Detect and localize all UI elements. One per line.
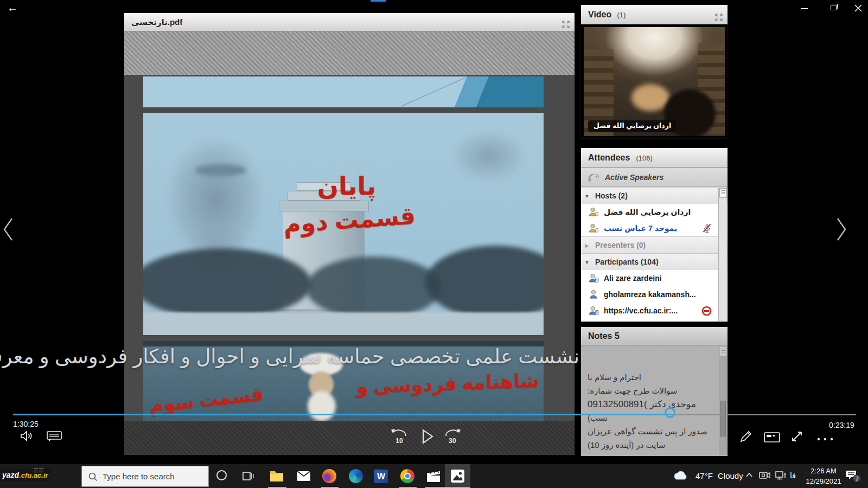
share-pod-titlebar: ىسخنران.pdf [124, 13, 575, 31]
attendees-title: Attendees [588, 153, 630, 162]
top-tab-accent [371, 0, 386, 2]
watermark-domain-yellow: .cfu.ac.ir [19, 471, 48, 479]
play-icon [420, 428, 435, 445]
speaker-icon [20, 429, 34, 442]
weather-cloud-icon[interactable] [673, 470, 688, 480]
notes-scrollbar[interactable]: ☰ [718, 346, 727, 455]
word-icon[interactable]: W [374, 470, 388, 483]
action-center-button[interactable]: 7 [845, 470, 861, 484]
annotate-button[interactable] [739, 429, 753, 446]
webcam-hand [631, 84, 669, 111]
skip-back-button[interactable]: 10 [390, 427, 409, 445]
ticker-overlay: نشست علمی تخصصی حماسه سرایی و احوال و اف… [0, 345, 579, 368]
attendee-row-participant2[interactable]: gholamreza kakamansh... [581, 286, 727, 303]
attendee-row-participant3[interactable]: https://vc.cfu.ac.ir:... [581, 303, 727, 318]
participants-section-header[interactable]: ▼ Participants (104) [581, 253, 727, 271]
meet-now-icon[interactable] [758, 471, 770, 480]
close-button[interactable] [854, 4, 863, 12]
file-explorer-icon[interactable] [270, 470, 284, 482]
weather-condition[interactable]: Cloudy [718, 471, 743, 480]
video-pod-count: (1) [617, 11, 626, 19]
active-speakers-row[interactable]: Active Speakers [581, 168, 727, 187]
keyboard-button[interactable] [764, 432, 780, 445]
next-slide-button[interactable] [835, 217, 847, 244]
cortana-button[interactable] [216, 470, 227, 480]
chevron-right-icon [835, 217, 847, 242]
notes-pod-titlebar: Notes 5 [581, 327, 727, 345]
movies-tv-icon[interactable] [426, 470, 441, 483]
task-view-icon[interactable] [242, 470, 254, 482]
minimize-button[interactable] [801, 8, 808, 9]
active-speakers-label: Active Speakers [605, 168, 663, 187]
firefox-icon[interactable] [322, 469, 336, 483]
tray-chevron-up-icon[interactable] [745, 472, 753, 478]
note-line: موحدی دکتر )09132500891 [588, 397, 718, 411]
phone-icon [588, 172, 599, 182]
figure-beard [308, 391, 336, 421]
weather-temp[interactable]: 47°F [695, 471, 713, 480]
do-not-disturb-icon [701, 306, 712, 316]
language-indicator[interactable]: فا [790, 471, 796, 480]
search-placeholder-text: Type here to search [103, 466, 175, 487]
video-pod: Video (1) اردان يرضايي الله فضل [580, 4, 728, 139]
webcam-speaker-name: اردان يرضايي الله فضل [593, 122, 671, 130]
video-pod-fullscreen-button[interactable] [714, 10, 724, 20]
attendee-name: اردان يرضايي الله فضل [604, 204, 691, 220]
note-line: سایت در (آینده روز 10) [588, 438, 718, 452]
video-pod-title: Video [588, 10, 611, 19]
slide-current: پایان قسمت دوم [143, 113, 544, 335]
attendees-pod-titlebar: Attendees (106) [581, 148, 727, 168]
progress-handle[interactable] [665, 407, 675, 418]
skip-back-label: 10 [390, 437, 409, 445]
webcam-video: اردان يرضايي الله فضل [584, 27, 725, 136]
elapsed-time: 1:30:25 [13, 420, 39, 428]
captions-button[interactable] [47, 431, 62, 445]
expand-diagonal-icon [790, 429, 804, 444]
horse-art [439, 121, 539, 191]
fullscreen-player-button[interactable] [790, 429, 804, 446]
edge-icon[interactable] [349, 469, 363, 483]
restore-button[interactable] [831, 5, 837, 10]
keyboard-icon [764, 432, 780, 442]
attendees-count: (106) [636, 154, 653, 162]
back-arrow-icon[interactable]: ← [7, 2, 18, 14]
presenters-header-label: Presenters (0) [595, 241, 646, 249]
hosts-section-header[interactable]: ▼ Hosts (2) [581, 187, 727, 204]
microphone-muted-icon [701, 223, 712, 234]
chrome-icon[interactable] [400, 469, 414, 483]
network-icon[interactable] [775, 471, 787, 480]
slide-partial-top [143, 76, 544, 107]
notes-scrollbar-thumb[interactable] [720, 401, 726, 436]
skip-forward-button[interactable]: 30 [443, 427, 462, 445]
play-button[interactable] [420, 428, 435, 447]
presenters-section-header[interactable]: ▶ Presenters (0) [581, 236, 727, 254]
previous-slide-button[interactable] [3, 217, 15, 244]
attendee-row-host1[interactable]: اردان يرضايي الله فضل [581, 204, 727, 221]
share-pod-fullscreen-button[interactable] [561, 17, 571, 27]
mail-icon[interactable] [297, 471, 311, 481]
watermark: yazd.cfu.ac.ir [0, 469, 50, 481]
more-options-button[interactable] [816, 434, 835, 444]
note-line: احترام و سلام با [588, 370, 718, 384]
taskbar-search[interactable]: Type here to search [81, 466, 209, 487]
progress-bar-played[interactable] [13, 414, 672, 415]
attendee-row-host2[interactable]: یموحد 7 عباس نسب [581, 220, 727, 237]
attendee-name: یموحد 7 عباس نسب [604, 220, 677, 236]
scrollbar-grip-icon[interactable]: ☰ [719, 188, 727, 198]
webcam-name-overlay: اردان يرضايي الله فضل [588, 120, 676, 132]
notes-pod: Notes 5 احترام و سلام با سوالات طرح جهت … [580, 326, 728, 457]
scrollbar-grip-icon[interactable]: ☰ [719, 346, 727, 356]
attendees-scrollbar[interactable]: ☰ [718, 188, 727, 321]
close-icon [854, 4, 863, 12]
restore-icon [832, 4, 838, 9]
host-avatar-icon [588, 207, 599, 216]
progress-bar-remaining[interactable] [672, 414, 856, 415]
clock[interactable]: 2:26 AM 12/29/2021 [802, 466, 845, 486]
remaining-time: 0:23:19 [829, 421, 854, 429]
attendee-row-participant1[interactable]: Ali zare zardeini [581, 270, 727, 287]
tray-date: 12/29/2021 [802, 476, 845, 486]
photos-app-active-bg[interactable] [445, 464, 470, 488]
volume-button[interactable] [20, 429, 34, 445]
triangle-expanded-icon: ▼ [581, 188, 593, 204]
notes-content: احترام و سلام با سوالات طرح جهت شماره: م… [581, 345, 718, 457]
